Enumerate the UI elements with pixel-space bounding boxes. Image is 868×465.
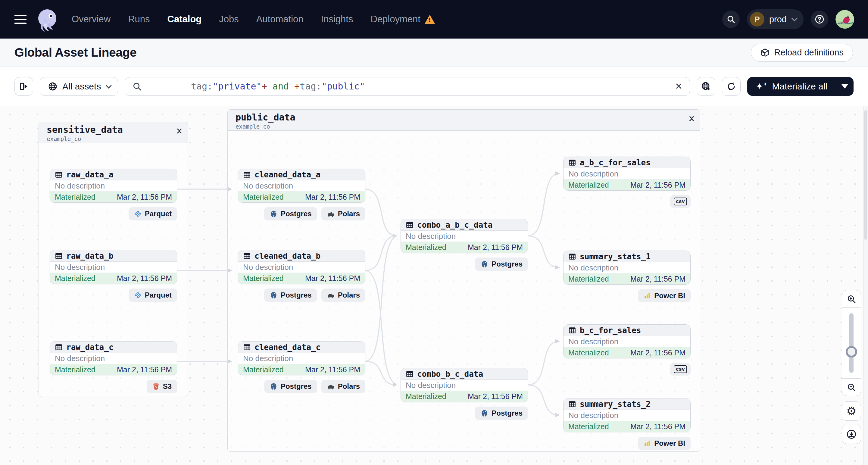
asset-timestamp[interactable]: Mar 2, 11:56 PM — [630, 422, 685, 431]
kind-badge-power-bi: Power BI — [638, 437, 691, 450]
nav-item-deployment[interactable]: Deployment — [370, 14, 435, 25]
deployment-name: prod — [769, 14, 787, 24]
postgres-icon — [270, 291, 278, 299]
asset-kind-badges: Postgres Polars — [238, 207, 365, 220]
asset-node-raw-data-b[interactable]: raw_data_b No description MaterializedMa… — [50, 250, 177, 284]
asset-node-combo-a-b-c-data[interactable]: combo_a_b_c_data No description Material… — [401, 219, 528, 253]
dagster-logo-icon[interactable] — [35, 7, 60, 32]
asset-node-cleaned-data-c[interactable]: cleaned_data_c No description Materializ… — [238, 341, 365, 375]
asset-node-summary-stats-1[interactable]: summary_stats_1 No description Materiali… — [563, 251, 691, 285]
collapse-group-icon[interactable] — [690, 115, 693, 122]
scrollbar-thumb[interactable] — [864, 110, 867, 240]
asset-status: Materialized — [406, 243, 446, 252]
table-icon — [55, 343, 63, 351]
asset-kind-badges: Postgres — [401, 407, 528, 420]
asset-status: Materialized — [55, 274, 95, 283]
deployment-switcher[interactable]: P prod — [747, 9, 804, 29]
refresh-button[interactable] — [722, 77, 741, 96]
nav-item-catalog[interactable]: Catalog — [167, 14, 202, 25]
table-icon — [406, 370, 413, 378]
open-left-panel-button[interactable] — [14, 77, 33, 96]
zoom-out-button[interactable] — [842, 378, 861, 396]
asset-node-combo-b-c-data[interactable]: combo_b_c_data No description Materializ… — [401, 368, 528, 402]
asset-group-header-public-data[interactable]: public_data example_co — [228, 110, 700, 131]
kind-badge-postgres: Postgres — [264, 380, 317, 393]
asset-timestamp[interactable]: Mar 2, 11:56 PM — [305, 193, 360, 202]
globe-icon — [48, 82, 58, 91]
asset-scope-dropdown[interactable]: All assets — [40, 77, 118, 96]
nav-item-runs[interactable]: Runs — [128, 14, 150, 25]
user-avatar[interactable] — [835, 10, 854, 29]
materialize-options-button[interactable] — [836, 77, 854, 96]
asset-timestamp[interactable]: Mar 2, 11:56 PM — [305, 365, 360, 374]
kind-badge-postgres: Postgres — [264, 207, 317, 220]
asset-timestamp[interactable]: Mar 2, 11:56 PM — [630, 275, 685, 283]
nav-item-overview[interactable]: Overview — [72, 14, 111, 25]
zoom-in-button[interactable] — [842, 290, 861, 308]
kind-badge-csv: csv — [670, 363, 691, 376]
asset-timestamp[interactable]: Mar 2, 11:56 PM — [117, 365, 172, 374]
asset-timestamp[interactable]: Mar 2, 11:56 PM — [468, 392, 523, 401]
nav-item-insights[interactable]: Insights — [321, 14, 353, 25]
table-icon — [243, 343, 251, 351]
parquet-icon — [134, 210, 142, 218]
search-button[interactable] — [722, 10, 740, 28]
asset-group-header-sensitive-data[interactable]: sensitive_data example_co — [39, 122, 188, 143]
nav-item-automation[interactable]: Automation — [256, 14, 304, 25]
asset-status: Materialized — [243, 193, 284, 202]
page-header: Global Asset Lineage Reload definitions — [0, 38, 868, 67]
graph-settings-button[interactable]: ⚙ — [842, 401, 861, 421]
asset-node-a-b-c-for-sales[interactable]: a_b_c_for_sales No description Materiali… — [563, 157, 691, 191]
collapse-group-icon[interactable] — [178, 127, 181, 135]
lineage-canvas[interactable]: sensitive_data example_co public_data ex… — [0, 106, 868, 465]
clear-filter-button[interactable]: ✕ — [675, 81, 682, 92]
kind-badge-postgres: Postgres — [475, 257, 528, 271]
asset-name: raw_data_c — [66, 343, 114, 352]
postgres-icon — [270, 382, 278, 391]
kind-badge-polars: Polars — [321, 207, 365, 220]
asset-description: No description — [563, 262, 690, 274]
table-icon — [243, 252, 251, 260]
asset-timestamp[interactable]: Mar 2, 11:56 PM — [305, 274, 360, 283]
s3-bucket-icon — [152, 382, 160, 390]
nav-item-jobs[interactable]: Jobs — [219, 14, 239, 25]
vertical-scrollbar[interactable] — [863, 106, 868, 465]
asset-node-raw-data-c[interactable]: raw_data_c No description MaterializedMa… — [50, 341, 177, 375]
asset-node-b-c-for-sales[interactable]: b_c_for_sales No description Materialize… — [563, 324, 691, 359]
asset-status: Materialized — [568, 275, 609, 283]
asset-timestamp[interactable]: Mar 2, 11:56 PM — [630, 181, 685, 189]
asset-node-raw-data-a[interactable]: raw_data_a No description MaterializedMa… — [50, 169, 177, 203]
kind-badge-parquet: Parquet — [129, 207, 177, 220]
asset-timestamp[interactable]: Mar 2, 11:56 PM — [117, 274, 172, 283]
kind-badge-postgres: Postgres — [475, 407, 528, 420]
asset-description: No description — [238, 353, 365, 364]
asset-node-cleaned-data-b[interactable]: cleaned_data_b No description Materializ… — [238, 250, 365, 284]
group-title: public_data — [236, 112, 296, 123]
zoom-slider[interactable] — [842, 308, 861, 378]
zoom-slider-thumb[interactable] — [846, 346, 857, 358]
menu-icon[interactable] — [14, 15, 27, 24]
asset-timestamp[interactable]: Mar 2, 11:56 PM — [468, 243, 523, 252]
asset-kind-badges: csv — [563, 363, 691, 376]
reload-definitions-button[interactable]: Reload definitions — [751, 44, 853, 62]
asset-node-cleaned-data-a[interactable]: cleaned_data_a No description Materializ… — [238, 169, 365, 203]
view-graph-scope-button[interactable] — [696, 77, 715, 96]
asset-node-summary-stats-2[interactable]: summary_stats_2 No description Materiali… — [563, 398, 691, 432]
help-button[interactable] — [811, 10, 828, 28]
asset-timestamp[interactable]: Mar 2, 11:56 PM — [117, 193, 172, 202]
deployment-initial-badge: P — [750, 12, 765, 27]
materialize-all-split-button: ✦✦ Materialize all — [747, 77, 854, 96]
table-icon — [243, 171, 251, 179]
filter-bar: All assets tag:"private"+ and +tag:"publ… — [0, 67, 868, 106]
filter-query: tag:"private"+ and +tag:"public" — [147, 70, 365, 102]
zoom-slider-track[interactable] — [849, 313, 854, 373]
asset-name: combo_b_c_data — [417, 370, 483, 378]
download-graph-button[interactable] — [842, 425, 861, 444]
asset-timestamp[interactable]: Mar 2, 11:56 PM — [630, 348, 685, 357]
csv-icon: csv — [674, 365, 687, 373]
asset-status: Materialized — [243, 274, 284, 283]
materialize-all-button[interactable]: ✦✦ Materialize all — [747, 77, 836, 96]
group-owner: example_co — [47, 135, 123, 142]
asset-name: cleaned_data_a — [254, 170, 320, 179]
asset-filter-input[interactable]: tag:"private"+ and +tag:"public" ✕ — [125, 77, 690, 96]
